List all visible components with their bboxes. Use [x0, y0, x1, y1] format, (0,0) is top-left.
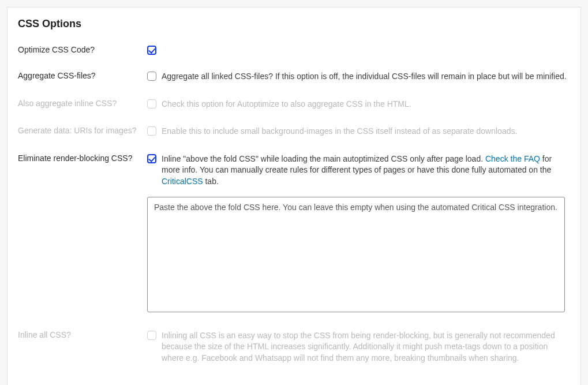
css-options-panel: CSS Options Optimize CSS Code? Aggregate… — [7, 7, 581, 385]
checkbox-optimize-css[interactable] — [147, 46, 156, 55]
link-check-faq[interactable]: Check the FAQ — [485, 154, 540, 163]
desc-aggregate-inline-css: Check this option for Autoptimize to als… — [162, 99, 411, 110]
row-data-uris: Generate data: URIs for images? Enable t… — [18, 126, 570, 137]
above-fold-css-textarea[interactable] — [147, 197, 565, 312]
desc-aggregate-css: Aggregate all linked CSS-files? If this … — [162, 71, 567, 83]
desc-inline-all-css: Inlining all CSS is an easy way to stop … — [162, 330, 570, 364]
row-inline-all-css: Inline all CSS? Inlining all CSS is an e… — [18, 330, 570, 364]
checkbox-eliminate-render-blocking[interactable] — [147, 154, 156, 163]
label-inline-all-css: Inline all CSS? — [18, 330, 147, 339]
label-aggregate-inline-css: Also aggregate inline CSS? — [18, 99, 147, 108]
row-aggregate-inline-css: Also aggregate inline CSS? Check this op… — [18, 99, 570, 110]
row-optimize-css: Optimize CSS Code? — [18, 45, 570, 55]
label-aggregate-css: Aggregate CSS-files? — [18, 71, 147, 80]
checkbox-inline-all-css — [147, 331, 156, 340]
desc-eliminate-part3: tab. — [203, 177, 219, 186]
checkbox-data-uris — [147, 126, 156, 136]
desc-eliminate-render-blocking: Inline "above the fold CSS" while loadin… — [162, 154, 570, 188]
desc-eliminate-part1: Inline "above the fold CSS" while loadin… — [162, 154, 485, 163]
label-optimize-css: Optimize CSS Code? — [18, 45, 147, 54]
row-eliminate-render-blocking: Eliminate render-blocking CSS? Inline "a… — [18, 154, 570, 188]
row-aggregate-css: Aggregate CSS-files? Aggregate all linke… — [18, 71, 570, 83]
checkbox-aggregate-css[interactable] — [147, 72, 156, 81]
desc-data-uris: Enable this to include small background-… — [162, 126, 517, 137]
checkbox-aggregate-inline-css — [147, 99, 156, 109]
link-criticalcss[interactable]: CriticalCSS — [162, 177, 203, 186]
label-eliminate-render-blocking: Eliminate render-blocking CSS? — [18, 154, 147, 163]
label-data-uris: Generate data: URIs for images? — [18, 126, 147, 135]
section-title: CSS Options — [18, 18, 570, 30]
above-fold-css-wrap — [147, 197, 570, 314]
